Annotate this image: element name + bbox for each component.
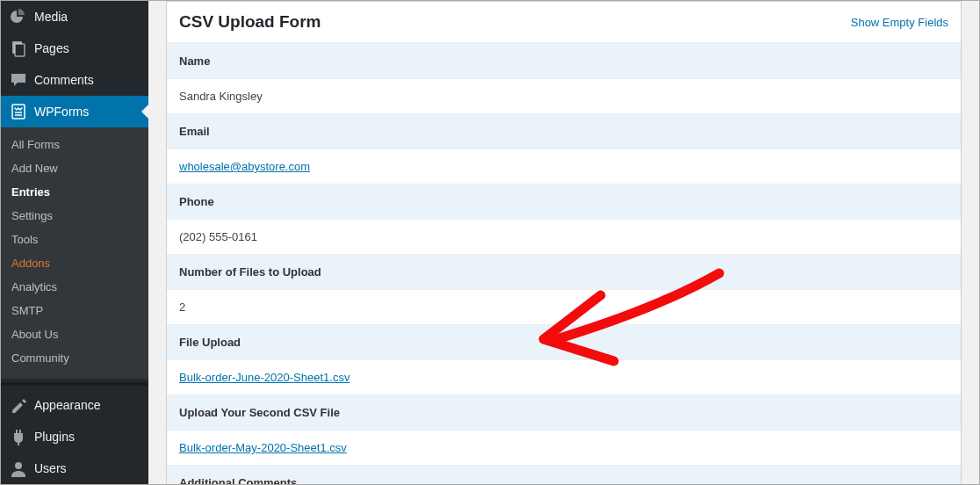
field-label: Upload Your Second CSV File [167, 395, 961, 430]
sidebar-item-label: Pages [34, 41, 69, 55]
submenu-item-settings[interactable]: Settings [1, 204, 148, 228]
sidebar-item-comments[interactable]: Comments [1, 64, 148, 96]
sidebar-item-label: WPForms [34, 105, 89, 119]
plugins-icon [10, 428, 27, 445]
submenu-item-about-us[interactable]: About Us [1, 322, 148, 346]
sidebar-item-pages[interactable]: Pages [1, 33, 148, 64]
submenu-item-addons[interactable]: Addons [1, 251, 148, 275]
submenu-item-smtp[interactable]: SMTP [1, 299, 148, 322]
field-link[interactable]: wholesale@abystore.com [179, 160, 310, 173]
svg-rect-2 [12, 105, 25, 119]
submenu-item-tools[interactable]: Tools [1, 228, 148, 251]
field-label: Name [167, 43, 961, 78]
sidebar-item-label: Appearance [34, 398, 101, 412]
sidebar-item-label: Plugins [34, 430, 75, 444]
field-value: wholesale@abystore.com [167, 148, 961, 184]
wpforms-icon [10, 103, 27, 120]
sidebar-item-label: Media [34, 10, 68, 24]
sidebar-item-label: Users [34, 461, 67, 475]
field-value: Sandra Kingsley [167, 78, 961, 113]
field-label: Additional Comments [167, 465, 961, 484]
sidebar-item-users[interactable]: Users [1, 452, 148, 484]
sidebar-item-label: Comments [34, 73, 94, 87]
field-label: File Upload [167, 324, 961, 359]
admin-sidebar: MediaPagesCommentsWPForms All FormsAdd N… [1, 1, 148, 484]
field-label: Number of Files to Upload [167, 254, 961, 289]
field-value: Bulk-order-May-2020-Sheet1.csv [167, 430, 961, 465]
submenu-item-analytics[interactable]: Analytics [1, 275, 148, 299]
svg-rect-1 [15, 44, 25, 56]
panel-title: CSV Upload Form [179, 12, 321, 32]
submenu-item-add-new[interactable]: Add New [1, 156, 148, 180]
media-icon [10, 8, 27, 25]
field-value: Bulk-order-June-2020-Sheet1.csv [167, 359, 961, 395]
panel-header: CSV Upload Form Show Empty Fields [167, 2, 961, 43]
submenu-item-community[interactable]: Community [1, 346, 148, 370]
field-link[interactable]: Bulk-order-June-2020-Sheet1.csv [179, 371, 349, 384]
users-icon [10, 460, 27, 477]
show-empty-fields-link[interactable]: Show Empty Fields [851, 16, 948, 29]
field-label: Phone [167, 184, 961, 219]
field-link[interactable]: Bulk-order-May-2020-Sheet1.csv [179, 441, 347, 454]
field-value: 2 [167, 289, 961, 324]
sidebar-item-wpforms[interactable]: WPForms [1, 96, 148, 127]
comments-icon [10, 71, 27, 89]
main-content: CSV Upload Form Show Empty Fields NameSa… [148, 1, 979, 484]
sidebar-item-plugins[interactable]: Plugins [1, 421, 148, 452]
appearance-icon [10, 396, 27, 414]
svg-point-5 [15, 462, 22, 469]
submenu-item-all-forms[interactable]: All Forms [1, 133, 148, 156]
field-label: Email [167, 113, 961, 148]
wpforms-submenu: All FormsAdd NewEntriesSettingsToolsAddo… [1, 127, 148, 379]
sidebar-item-media[interactable]: Media [1, 1, 148, 33]
pages-icon [10, 40, 27, 57]
sidebar-item-appearance[interactable]: Appearance [1, 389, 148, 421]
sidebar-divider [1, 382, 148, 386]
entry-panel: CSV Upload Form Show Empty Fields NameSa… [166, 1, 962, 484]
field-value: (202) 555-0161 [167, 219, 961, 254]
submenu-item-entries[interactable]: Entries [1, 180, 148, 204]
